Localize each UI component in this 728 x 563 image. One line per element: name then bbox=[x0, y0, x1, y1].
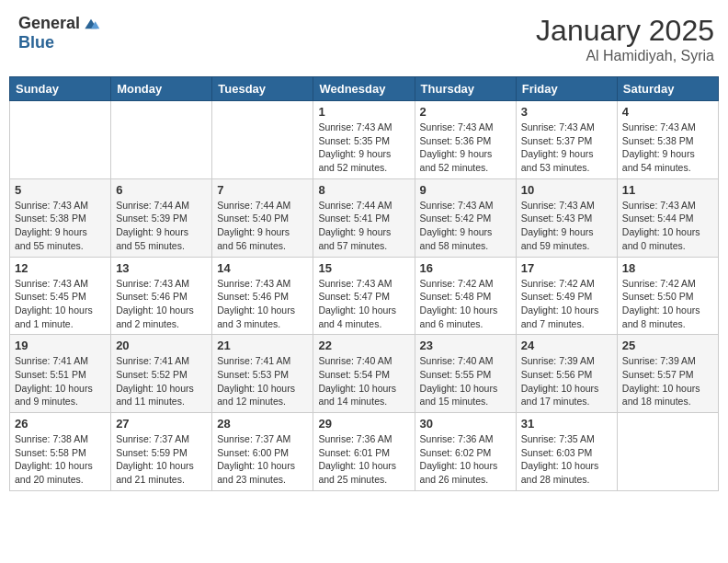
day-number: 13 bbox=[116, 261, 207, 275]
logo-icon bbox=[82, 15, 100, 33]
calendar-cell: 23Sunrise: 7:40 AM Sunset: 5:55 PM Dayli… bbox=[415, 335, 516, 413]
day-info: Sunrise: 7:43 AM Sunset: 5:38 PM Dayligh… bbox=[622, 121, 713, 175]
day-number: 18 bbox=[622, 261, 713, 275]
day-number: 12 bbox=[15, 261, 106, 275]
day-info: Sunrise: 7:37 AM Sunset: 5:59 PM Dayligh… bbox=[116, 432, 207, 487]
day-number: 28 bbox=[217, 417, 308, 431]
day-number: 14 bbox=[217, 261, 308, 275]
day-info: Sunrise: 7:43 AM Sunset: 5:45 PM Dayligh… bbox=[15, 277, 106, 331]
day-info: Sunrise: 7:41 AM Sunset: 5:51 PM Dayligh… bbox=[15, 354, 106, 408]
day-number: 20 bbox=[116, 339, 207, 352]
day-number: 21 bbox=[217, 339, 308, 352]
day-info: Sunrise: 7:37 AM Sunset: 6:00 PM Dayligh… bbox=[217, 432, 308, 487]
day-info: Sunrise: 7:41 AM Sunset: 5:53 PM Dayligh… bbox=[217, 354, 308, 408]
weekday-header-friday: Friday bbox=[516, 77, 617, 101]
day-number: 26 bbox=[15, 417, 106, 431]
day-info: Sunrise: 7:39 AM Sunset: 5:57 PM Dayligh… bbox=[622, 354, 713, 408]
calendar-cell: 1Sunrise: 7:43 AM Sunset: 5:35 PM Daylig… bbox=[313, 101, 415, 179]
calendar-cell: 12Sunrise: 7:43 AM Sunset: 5:45 PM Dayli… bbox=[10, 257, 111, 335]
calendar-cell: 17Sunrise: 7:42 AM Sunset: 5:49 PM Dayli… bbox=[516, 257, 617, 335]
day-number: 1 bbox=[318, 105, 409, 119]
logo: General Blue bbox=[18, 14, 100, 52]
day-number: 31 bbox=[521, 417, 612, 431]
calendar-week-row: 1Sunrise: 7:43 AM Sunset: 5:35 PM Daylig… bbox=[10, 101, 719, 179]
day-number: 27 bbox=[116, 417, 207, 431]
calendar-cell: 25Sunrise: 7:39 AM Sunset: 5:57 PM Dayli… bbox=[617, 335, 718, 413]
day-info: Sunrise: 7:43 AM Sunset: 5:47 PM Dayligh… bbox=[318, 277, 409, 331]
calendar-cell: 22Sunrise: 7:40 AM Sunset: 5:54 PM Dayli… bbox=[313, 335, 415, 413]
day-info: Sunrise: 7:36 AM Sunset: 6:02 PM Dayligh… bbox=[420, 432, 511, 487]
day-info: Sunrise: 7:42 AM Sunset: 5:48 PM Dayligh… bbox=[420, 277, 511, 331]
calendar-week-row: 26Sunrise: 7:38 AM Sunset: 5:58 PM Dayli… bbox=[10, 413, 719, 491]
day-info: Sunrise: 7:41 AM Sunset: 5:52 PM Dayligh… bbox=[116, 354, 207, 408]
day-info: Sunrise: 7:42 AM Sunset: 5:49 PM Dayligh… bbox=[521, 277, 612, 331]
day-number: 29 bbox=[318, 417, 409, 431]
day-info: Sunrise: 7:40 AM Sunset: 5:55 PM Dayligh… bbox=[420, 354, 511, 408]
calendar-cell: 13Sunrise: 7:43 AM Sunset: 5:46 PM Dayli… bbox=[111, 257, 212, 335]
location-title: Al Hamidiyah, Syria bbox=[536, 48, 714, 64]
calendar-week-row: 12Sunrise: 7:43 AM Sunset: 5:45 PM Dayli… bbox=[10, 257, 719, 335]
month-title: January 2025 bbox=[536, 14, 714, 48]
day-number: 3 bbox=[521, 105, 612, 119]
day-number: 4 bbox=[622, 105, 713, 119]
calendar-week-row: 5Sunrise: 7:43 AM Sunset: 5:38 PM Daylig… bbox=[10, 178, 719, 257]
day-info: Sunrise: 7:43 AM Sunset: 5:46 PM Dayligh… bbox=[116, 277, 207, 331]
calendar-cell bbox=[617, 413, 718, 491]
page-header: General Blue January 2025 Al Hamidiyah, … bbox=[9, 9, 719, 69]
day-info: Sunrise: 7:44 AM Sunset: 5:40 PM Dayligh… bbox=[217, 199, 308, 253]
logo-blue-text: Blue bbox=[18, 33, 54, 52]
calendar-cell: 2Sunrise: 7:43 AM Sunset: 5:36 PM Daylig… bbox=[415, 101, 516, 179]
day-info: Sunrise: 7:35 AM Sunset: 6:03 PM Dayligh… bbox=[521, 432, 612, 487]
day-number: 7 bbox=[217, 183, 308, 197]
calendar-cell: 19Sunrise: 7:41 AM Sunset: 5:51 PM Dayli… bbox=[10, 335, 111, 413]
calendar-cell: 14Sunrise: 7:43 AM Sunset: 5:46 PM Dayli… bbox=[212, 257, 313, 335]
day-info: Sunrise: 7:43 AM Sunset: 5:37 PM Dayligh… bbox=[521, 121, 612, 175]
day-info: Sunrise: 7:39 AM Sunset: 5:56 PM Dayligh… bbox=[521, 354, 612, 408]
day-number: 9 bbox=[420, 183, 511, 197]
calendar-cell: 4Sunrise: 7:43 AM Sunset: 5:38 PM Daylig… bbox=[617, 101, 718, 179]
day-info: Sunrise: 7:43 AM Sunset: 5:44 PM Dayligh… bbox=[622, 199, 713, 253]
day-number: 17 bbox=[521, 261, 612, 275]
day-number: 6 bbox=[116, 183, 207, 197]
calendar-table: SundayMondayTuesdayWednesdayThursdayFrid… bbox=[9, 76, 719, 491]
calendar-cell: 31Sunrise: 7:35 AM Sunset: 6:03 PM Dayli… bbox=[516, 413, 617, 491]
day-info: Sunrise: 7:43 AM Sunset: 5:43 PM Dayligh… bbox=[521, 199, 612, 253]
calendar-cell: 26Sunrise: 7:38 AM Sunset: 5:58 PM Dayli… bbox=[10, 413, 111, 491]
calendar-cell: 8Sunrise: 7:44 AM Sunset: 5:41 PM Daylig… bbox=[313, 178, 415, 257]
calendar-cell: 30Sunrise: 7:36 AM Sunset: 6:02 PM Dayli… bbox=[415, 413, 516, 491]
calendar-cell: 6Sunrise: 7:44 AM Sunset: 5:39 PM Daylig… bbox=[111, 178, 212, 257]
calendar-cell bbox=[10, 101, 111, 179]
day-number: 30 bbox=[420, 417, 511, 431]
calendar-cell: 20Sunrise: 7:41 AM Sunset: 5:52 PM Dayli… bbox=[111, 335, 212, 413]
calendar-cell: 10Sunrise: 7:43 AM Sunset: 5:43 PM Dayli… bbox=[516, 178, 617, 257]
day-info: Sunrise: 7:43 AM Sunset: 5:38 PM Dayligh… bbox=[15, 199, 106, 253]
logo-general-text: General bbox=[18, 14, 80, 33]
day-info: Sunrise: 7:43 AM Sunset: 5:42 PM Dayligh… bbox=[420, 199, 511, 253]
day-number: 25 bbox=[622, 339, 713, 352]
calendar-cell: 3Sunrise: 7:43 AM Sunset: 5:37 PM Daylig… bbox=[516, 101, 617, 179]
weekday-header-monday: Monday bbox=[111, 77, 212, 101]
weekday-header-row: SundayMondayTuesdayWednesdayThursdayFrid… bbox=[10, 77, 719, 101]
weekday-header-wednesday: Wednesday bbox=[313, 77, 415, 101]
calendar-cell bbox=[111, 101, 212, 179]
calendar-cell: 29Sunrise: 7:36 AM Sunset: 6:01 PM Dayli… bbox=[313, 413, 415, 491]
day-info: Sunrise: 7:43 AM Sunset: 5:46 PM Dayligh… bbox=[217, 277, 308, 331]
calendar-cell: 11Sunrise: 7:43 AM Sunset: 5:44 PM Dayli… bbox=[617, 178, 718, 257]
weekday-header-tuesday: Tuesday bbox=[212, 77, 313, 101]
calendar-cell: 9Sunrise: 7:43 AM Sunset: 5:42 PM Daylig… bbox=[415, 178, 516, 257]
day-info: Sunrise: 7:36 AM Sunset: 6:01 PM Dayligh… bbox=[318, 432, 409, 487]
day-info: Sunrise: 7:42 AM Sunset: 5:50 PM Dayligh… bbox=[622, 277, 713, 331]
calendar-cell: 21Sunrise: 7:41 AM Sunset: 5:53 PM Dayli… bbox=[212, 335, 313, 413]
calendar-week-row: 19Sunrise: 7:41 AM Sunset: 5:51 PM Dayli… bbox=[10, 335, 719, 413]
day-number: 15 bbox=[318, 261, 409, 275]
calendar-cell: 7Sunrise: 7:44 AM Sunset: 5:40 PM Daylig… bbox=[212, 178, 313, 257]
day-info: Sunrise: 7:43 AM Sunset: 5:35 PM Dayligh… bbox=[318, 121, 409, 175]
calendar-cell: 27Sunrise: 7:37 AM Sunset: 5:59 PM Dayli… bbox=[111, 413, 212, 491]
day-number: 23 bbox=[420, 339, 511, 352]
weekday-header-sunday: Sunday bbox=[10, 77, 111, 101]
calendar-cell: 24Sunrise: 7:39 AM Sunset: 5:56 PM Dayli… bbox=[516, 335, 617, 413]
day-number: 22 bbox=[318, 339, 409, 352]
calendar-cell: 15Sunrise: 7:43 AM Sunset: 5:47 PM Dayli… bbox=[313, 257, 415, 335]
day-info: Sunrise: 7:40 AM Sunset: 5:54 PM Dayligh… bbox=[318, 354, 409, 408]
calendar-cell: 16Sunrise: 7:42 AM Sunset: 5:48 PM Dayli… bbox=[415, 257, 516, 335]
